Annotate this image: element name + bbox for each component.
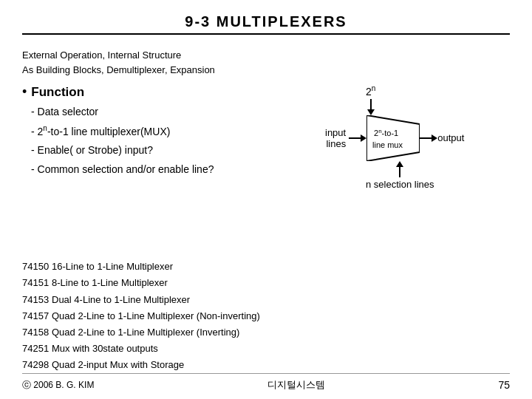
bottom-arrow (396, 161, 403, 177)
footer-title: 디지털시스템 (267, 378, 325, 392)
svg-marker-0 (366, 115, 420, 161)
input-arrow (349, 134, 366, 142)
bullet-point: • (22, 84, 27, 100)
list-item: 74153 Dual 4-Line to 1-Line Multiplexer (22, 292, 510, 308)
list-item: 74151 8-Line to 1-Line Multiplexer (22, 275, 510, 291)
list-item: 74157 Quad 2-Line to 1-Line Multiplexer … (22, 308, 510, 324)
top-arrow (367, 99, 375, 115)
mux-2n-label: 2n (366, 84, 375, 98)
svg-text:line mux: line mux (372, 140, 403, 149)
left-column: • Function - Data selector - 2n-to-1 lin… (22, 84, 318, 248)
footer-copyright: ⓒ 2006 B. G. KIM (22, 379, 94, 392)
lines-label: lines (326, 138, 346, 149)
svg-text:2n-to-1: 2n-to-1 (374, 128, 398, 137)
list-item: 74251 Mux with 30state outputs (22, 341, 510, 357)
function-label: Function (31, 85, 84, 100)
mux-diagram: 2n input lines (318, 84, 510, 248)
list-item: - 2n-to-1 line multiplexer(MUX) (31, 122, 318, 142)
output-arrow (420, 134, 437, 142)
subtitle: External Operation, Internal Structure A… (22, 48, 510, 77)
footer: ⓒ 2006 B. G. KIM 디지털시스템 75 (22, 373, 510, 392)
mux-main-row: input lines 2n-to-1 line mux (325, 115, 464, 161)
sub-items-list: - Data selector - 2n-to-1 line multiplex… (31, 103, 318, 180)
list-item: 74158 Quad 2-Line to 1-Line Multiplexer … (22, 324, 510, 341)
list-item: - Enable( or Strobe) input? (31, 141, 318, 160)
chip-list: 74150 16-Line to 1-Line Multiplexer 7415… (22, 259, 510, 373)
output-label: output (437, 132, 464, 143)
input-label: input (325, 127, 346, 138)
selection-arrow-area: n selection lines (366, 161, 434, 190)
list-item: 74298 Quad 2-input Mux with Storage (22, 357, 510, 373)
main-content: • Function - Data selector - 2n-to-1 lin… (22, 84, 510, 248)
title-area: 9-3 Multiplexers (22, 13, 510, 35)
selection-label: n selection lines (366, 179, 434, 190)
subtitle-line1: External Operation, Internal Structure (22, 50, 181, 61)
list-item: - Data selector (31, 103, 318, 122)
list-item: 74150 16-Line to 1-Line Multiplexer (22, 259, 510, 275)
function-heading: • Function (22, 84, 318, 100)
title-underline (22, 33, 510, 35)
footer-page: 75 (498, 379, 510, 391)
mux-shape: 2n-to-1 line mux (366, 115, 420, 161)
list-item: - Common selection and/or enable line? (31, 160, 318, 180)
page-title: 9-3 Multiplexers (22, 13, 510, 30)
subtitle-line2: As Building Blocks, Demultiplexer, Expan… (22, 64, 215, 75)
